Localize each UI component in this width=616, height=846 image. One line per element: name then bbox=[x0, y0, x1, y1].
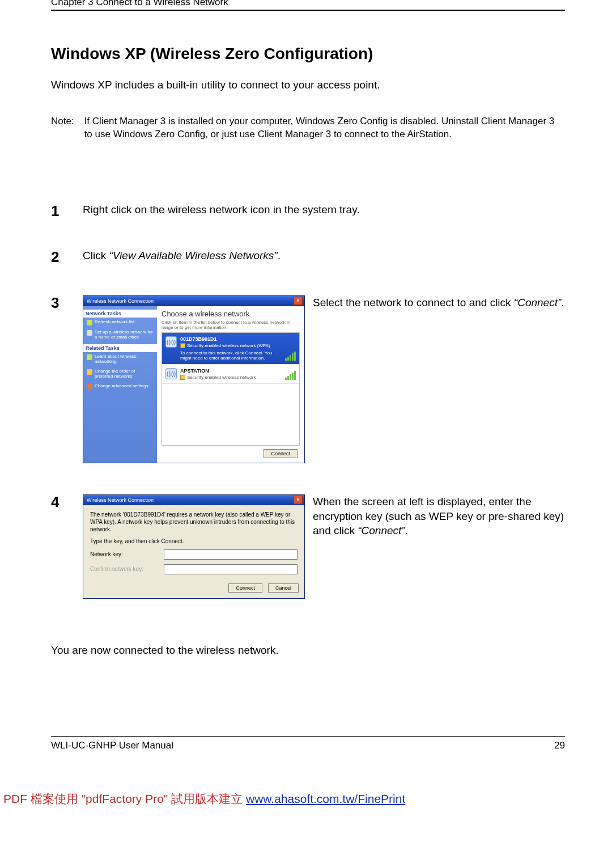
choose-network-subtext: Click an item in the list below to conne… bbox=[162, 320, 300, 331]
sidebar-item-setup-network[interactable]: Set up a wireless network for a home or … bbox=[87, 330, 154, 340]
sidebar-item-change-order[interactable]: Change the order of preferred networks bbox=[87, 369, 154, 379]
connect-button[interactable]: Connect bbox=[228, 583, 262, 593]
network-ssid: 001D73B991D1 bbox=[180, 336, 277, 342]
screenshot-choose-network: Wireless Network Connection × Network Ta… bbox=[83, 295, 305, 463]
window-titlebar: Wireless Network Connection × bbox=[83, 495, 304, 505]
chapter-label: Chapter 3 Connect to a Wireless Network bbox=[51, 0, 228, 8]
network-ssid: APSTATION bbox=[180, 368, 277, 374]
manual-name: WLI-UC-GNHP User Manual bbox=[51, 740, 173, 751]
network-hint: To connect to this network, click Connec… bbox=[180, 350, 277, 361]
sidebar-heading-related-tasks: Related Tasks bbox=[83, 344, 157, 352]
network-security-label: Security-enabled wireless network (WPA) bbox=[187, 343, 270, 348]
refresh-icon bbox=[87, 320, 92, 325]
sidebar-heading-network-tasks: Network Tasks bbox=[83, 310, 157, 318]
note-body: If Client Manager 3 is installed on your… bbox=[84, 115, 565, 141]
step-3: 3 Wireless Network Connection × Network … bbox=[51, 295, 565, 463]
connect-button[interactable]: Connect bbox=[264, 449, 298, 458]
window-titlebar: Wireless Network Connection × bbox=[83, 296, 304, 306]
signal-bars-icon bbox=[280, 368, 296, 380]
step-4-text: When the screen at left is displayed, en… bbox=[313, 494, 565, 538]
sidebar-item-learn[interactable]: Learn about wireless networking bbox=[87, 354, 154, 365]
house-icon bbox=[87, 330, 92, 336]
step-2-text: Click “View Available Wireless Networks”… bbox=[83, 249, 565, 264]
running-header: Chapter 3 Connect to a Wireless Network bbox=[51, 0, 565, 11]
step-number: 1 bbox=[51, 204, 63, 218]
page-number: 29 bbox=[554, 740, 565, 751]
close-icon[interactable]: × bbox=[294, 496, 303, 504]
step-number: 2 bbox=[51, 249, 63, 264]
sidebar-item-refresh[interactable]: Refresh network list bbox=[87, 320, 154, 325]
intro-text: Windows XP includes a built-in utility t… bbox=[51, 79, 565, 91]
watermark-link[interactable]: www.ahasoft.com.tw/FinePrint bbox=[246, 792, 405, 805]
close-icon[interactable]: × bbox=[294, 297, 303, 305]
step-number: 3 bbox=[51, 295, 63, 463]
star-icon bbox=[87, 369, 92, 375]
antenna-icon: ((ı)) bbox=[165, 368, 177, 379]
window-title: Wireless Network Connection bbox=[87, 497, 154, 503]
network-item[interactable]: ((ı)) APSTATION Security-enabled wireles… bbox=[162, 365, 299, 384]
step-3-text: Select the network to connect to and cli… bbox=[313, 295, 564, 310]
gear-icon bbox=[87, 384, 92, 390]
network-list: ((ı)) 001D73B991D1 Security-enabled wire… bbox=[162, 332, 300, 445]
cancel-button[interactable]: Cancel bbox=[268, 583, 299, 593]
signal-bars-icon bbox=[280, 336, 296, 361]
info-icon bbox=[87, 354, 92, 360]
sidebar: Network Tasks Refresh network list Set u… bbox=[83, 306, 157, 463]
antenna-icon: ((ı)) bbox=[165, 336, 177, 348]
section-title: Windows XP (Wireless Zero Configuration) bbox=[51, 45, 565, 63]
choose-network-heading: Choose a wireless network bbox=[162, 310, 300, 318]
step-1-text: Right click on the wireless network icon… bbox=[83, 204, 565, 218]
step-4: 4 Wireless Network Connection × The netw… bbox=[51, 494, 565, 599]
note-label: Note: bbox=[51, 115, 74, 141]
screenshot-network-key-dialog: Wireless Network Connection × The networ… bbox=[83, 494, 305, 599]
pdf-watermark: PDF 檔案使用 "pdfFactory Pro" 試用版本建立 www.aha… bbox=[0, 791, 616, 814]
note-block: Note: If Client Manager 3 is installed o… bbox=[51, 115, 565, 141]
closing-text: You are now connected to the wireless ne… bbox=[51, 644, 565, 657]
network-item-selected[interactable]: ((ı)) 001D73B991D1 Security-enabled wire… bbox=[162, 333, 299, 365]
network-key-input[interactable] bbox=[164, 549, 298, 560]
step-2: 2 Click “View Available Wireless Network… bbox=[51, 249, 565, 264]
step-1: 1 Right click on the wireless network ic… bbox=[51, 204, 565, 218]
network-security-label: Security-enabled wireless network bbox=[187, 375, 256, 380]
window-title: Wireless Network Connection bbox=[87, 298, 154, 304]
dialog-text-1: The network '001D73B991D4' requires a ne… bbox=[90, 511, 298, 533]
page-footer: WLI-UC-GNHP User Manual 29 bbox=[51, 736, 565, 751]
network-key-label: Network key: bbox=[90, 551, 158, 558]
step-number: 4 bbox=[51, 494, 63, 599]
lock-icon bbox=[180, 343, 185, 348]
lock-icon bbox=[180, 375, 185, 380]
confirm-key-input[interactable] bbox=[164, 564, 298, 574]
sidebar-item-advanced[interactable]: Change advanced settings bbox=[87, 384, 154, 390]
dialog-text-2: Type the key, and then click Connect. bbox=[90, 538, 298, 545]
confirm-key-label: Confirm network key: bbox=[90, 565, 158, 573]
